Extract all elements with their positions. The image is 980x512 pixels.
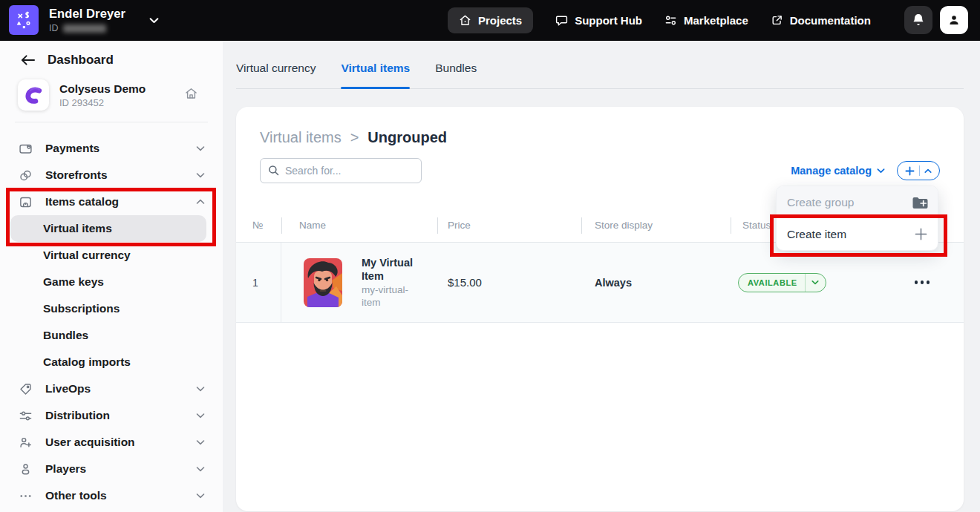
tab-bundles[interactable]: Bundles [435, 62, 477, 88]
project-card[interactable]: Colyseus Demo ID 293452 [18, 79, 223, 111]
manage-catalog-button[interactable]: Manage catalog [791, 165, 885, 177]
sidebar-item-virtual-items[interactable]: Virtual items [10, 215, 206, 242]
liveops-tag-icon [18, 382, 33, 396]
back-to-dashboard[interactable]: Dashboard [0, 41, 223, 68]
plus-icon [905, 166, 915, 176]
sliders-icon [18, 409, 33, 423]
virtual-items-card: Virtual items > Ungrouped Manage catalog [236, 107, 964, 511]
sidebar-item-bundles[interactable]: Bundles [10, 322, 206, 349]
chevron-down-icon [806, 280, 826, 285]
chevron-down-icon [196, 145, 205, 151]
sidebar-item-label: LiveOps [45, 382, 196, 396]
dots-icon [18, 489, 33, 503]
menu-item-create-group[interactable]: Create group [777, 186, 938, 218]
chevron-down-icon [196, 466, 205, 472]
sidebar-item-label: Players [45, 462, 196, 476]
chevron-down-icon [196, 439, 205, 445]
wallet-icon [18, 142, 33, 156]
status-badge[interactable]: AVAILABLE [738, 273, 826, 292]
top-navigation: Projects Support Hub Marketplace Documen… [448, 0, 871, 41]
status-badge-label: AVAILABLE [739, 278, 805, 287]
arrow-left-icon [21, 54, 35, 66]
sidebar-item-game-keys[interactable]: Game keys [10, 269, 206, 295]
breadcrumb-parent[interactable]: Virtual items [260, 129, 342, 146]
sidebar-subitem-label: Subscriptions [43, 302, 120, 315]
sidebar-item-liveops[interactable]: LiveOps [0, 375, 223, 402]
colyseus-logo-icon [18, 79, 49, 111]
back-label: Dashboard [48, 53, 114, 68]
topbar: Endel Dreyer ID Projects Support Hub [0, 0, 980, 41]
plus-icon [914, 227, 928, 241]
sidebar-item-catalog-imports[interactable]: Catalog imports [10, 349, 206, 375]
tab-virtual-items[interactable]: Virtual items [341, 62, 410, 88]
player-icon [18, 462, 33, 476]
sidebar-subitem-label: Catalog imports [43, 355, 131, 369]
sidebar-item-items-catalog[interactable]: Items catalog [0, 188, 223, 215]
breadcrumb: Virtual items > Ungrouped [236, 107, 964, 146]
folder-plus-icon [912, 197, 928, 209]
row-number: 1 [236, 243, 281, 322]
sidebar-item-storefronts[interactable]: Storefronts [0, 162, 223, 188]
nav-marketplace-label: Marketplace [684, 14, 748, 27]
tab-virtual-currency[interactable]: Virtual currency [236, 62, 316, 88]
profile-button[interactable] [940, 6, 968, 34]
item-price: $15.00 [437, 276, 581, 289]
more-options-icon[interactable] [915, 280, 930, 284]
nav-documentation[interactable]: Documentation [771, 14, 871, 27]
item-sku: my-virtual-item [362, 284, 425, 309]
header-number: № [236, 220, 281, 231]
project-id: ID 293452 [59, 97, 146, 108]
item-image [304, 258, 342, 307]
sidebar-item-players[interactable]: Players [0, 456, 223, 482]
sidebar-subitem-label: Bundles [43, 329, 88, 342]
chevron-down-icon [196, 172, 205, 178]
item-name[interactable]: My Virtual Item [362, 256, 425, 283]
table-row[interactable]: 1 [236, 243, 964, 323]
marketplace-icon [664, 14, 677, 27]
chevron-down-icon [877, 168, 885, 174]
create-group-label: Create group [787, 196, 854, 209]
items-catalog-icon [18, 195, 33, 209]
sidebar-item-other-tools[interactable]: Other tools [0, 482, 223, 509]
sidebar-subitem-label: Virtual items [43, 222, 112, 235]
sidebar-item-distribution[interactable]: Distribution [0, 402, 223, 429]
chevron-down-icon [196, 493, 205, 499]
sidebar-item-label: Items catalog [45, 195, 196, 209]
notifications-button[interactable] [904, 6, 932, 34]
nav-projects-label: Projects [478, 14, 522, 27]
search-input[interactable] [260, 158, 422, 183]
sidebar-item-virtual-currency[interactable]: Virtual currency [10, 242, 206, 269]
sidebar-item-label: Other tools [45, 489, 196, 502]
user-icon [947, 13, 961, 27]
nav-projects[interactable]: Projects [448, 7, 533, 33]
sidebar-divider [15, 122, 208, 122]
chevron-up-icon [196, 199, 205, 205]
xsolla-logo-icon [9, 5, 39, 35]
home-icon[interactable] [185, 88, 197, 99]
sidebar-item-payments[interactable]: Payments [0, 135, 223, 162]
sidebar-item-label: User acquisition [45, 436, 196, 449]
account-id-label: ID [49, 23, 59, 33]
main-content: Virtual currency Virtual items Bundles V… [223, 41, 980, 512]
manage-catalog-label: Manage catalog [791, 165, 872, 177]
project-name: Colyseus Demo [59, 82, 146, 96]
sidebar-subitem-label: Virtual currency [43, 249, 131, 262]
account-switcher[interactable]: Endel Dreyer ID [9, 5, 159, 35]
chevron-up-icon [924, 168, 932, 174]
sidebar: Dashboard Colyseus Demo ID 293452 Paymen… [0, 41, 223, 512]
breadcrumb-current: Ungrouped [368, 129, 447, 146]
header-store-display: Store display [581, 220, 731, 231]
create-dropdown-menu: Create group Create item [776, 186, 938, 251]
chevron-down-icon [149, 17, 159, 24]
menu-item-create-item[interactable]: Create item [777, 218, 938, 250]
sidebar-item-user-acquisition[interactable]: User acquisition [0, 429, 223, 456]
nav-marketplace[interactable]: Marketplace [664, 14, 748, 27]
documentation-icon [771, 14, 783, 27]
bell-icon [912, 13, 925, 27]
sidebar-item-subscriptions[interactable]: Subscriptions [10, 295, 206, 322]
sidebar-menu: Payments Storefronts Items catalog Virtu… [0, 135, 223, 509]
nav-support-hub[interactable]: Support Hub [555, 14, 642, 27]
create-item-label: Create item [787, 228, 846, 241]
create-split-button[interactable] [897, 161, 940, 180]
storefront-icon [18, 168, 33, 183]
